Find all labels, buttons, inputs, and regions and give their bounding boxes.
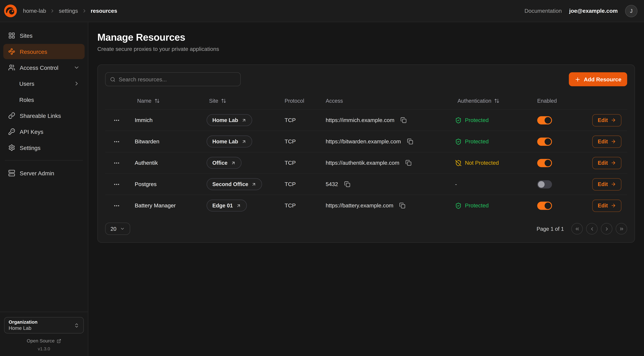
- sidebar-item-label: Sites: [20, 32, 32, 39]
- previous-page-button[interactable]: [586, 223, 598, 234]
- enabled-toggle[interactable]: [537, 137, 552, 146]
- copy-button[interactable]: [404, 158, 413, 168]
- organization-label: Organization: [8, 320, 38, 324]
- organization-name: Home Lab: [8, 325, 38, 331]
- grid-icon: [8, 32, 15, 39]
- sidebar-item-settings[interactable]: Settings: [3, 140, 84, 155]
- sidebar-item-shareable-links[interactable]: Shareable Links: [3, 108, 84, 123]
- open-source-link[interactable]: Open Source: [27, 338, 61, 344]
- resources-table: Name Site Protocol Access: [105, 92, 627, 216]
- site-name: Second Office: [212, 181, 248, 187]
- sidebar-item-users[interactable]: Users: [3, 76, 84, 91]
- shield-check-icon: [455, 202, 462, 209]
- sidebar-item-sites[interactable]: Sites: [3, 28, 84, 43]
- row-actions-button[interactable]: [111, 136, 122, 147]
- auth-status: Protected: [448, 138, 531, 145]
- site-link-button[interactable]: Second Office: [206, 178, 262, 190]
- server-icon: [8, 170, 15, 176]
- sidebar-item-server-admin[interactable]: Server Admin: [3, 166, 84, 181]
- page-size-select[interactable]: 20: [105, 222, 130, 235]
- row-actions-button[interactable]: [111, 114, 122, 126]
- shield-off-icon: [455, 160, 462, 166]
- edit-button[interactable]: Edit: [592, 199, 622, 212]
- external-link-icon: [57, 338, 61, 343]
- next-page-button[interactable]: [601, 223, 612, 234]
- toggle-knob: [545, 138, 551, 145]
- first-page-button[interactable]: [571, 223, 583, 234]
- sort-site-button[interactable]: Site: [206, 96, 230, 105]
- arrow-right-icon: [611, 182, 616, 187]
- pangolin-logo-icon: [4, 4, 17, 17]
- enabled-toggle[interactable]: [537, 159, 552, 167]
- edit-button[interactable]: Edit: [592, 178, 622, 190]
- column-access-label: Access: [319, 98, 448, 104]
- copy-button[interactable]: [398, 115, 408, 125]
- arrow-up-right-icon: [236, 203, 241, 208]
- ellipsis-icon: [113, 117, 120, 123]
- access-url: https://bitwarden.example.com: [326, 138, 401, 144]
- chevron-down-icon: [74, 64, 80, 70]
- edit-button[interactable]: Edit: [592, 135, 622, 148]
- arrow-right-icon: [611, 118, 616, 123]
- column-site-label: Site: [209, 98, 218, 104]
- add-resource-button[interactable]: Add Resource: [569, 72, 627, 86]
- edit-label: Edit: [598, 202, 608, 208]
- pangolin-logo[interactable]: [4, 4, 17, 17]
- plus-icon: [575, 76, 581, 82]
- site-link-button[interactable]: Home Lab: [206, 136, 252, 148]
- sidebar-item-roles[interactable]: Roles: [3, 92, 84, 107]
- sidebar-footer: Organization Home Lab Open Source v1.3.0: [0, 312, 88, 351]
- auth-status: Not Protected: [448, 160, 531, 166]
- arrow-right-icon: [611, 139, 616, 144]
- auth-label: Protected: [465, 117, 489, 123]
- chevron-right-icon: [50, 8, 55, 14]
- sort-icon: [154, 98, 160, 103]
- search-input[interactable]: [119, 76, 236, 82]
- sort-name-button[interactable]: Name: [134, 96, 163, 105]
- avatar[interactable]: J: [625, 5, 638, 17]
- waypoints-icon: [8, 48, 15, 55]
- enabled-toggle[interactable]: [537, 116, 552, 124]
- page-size-value: 20: [110, 226, 116, 232]
- edit-button[interactable]: Edit: [592, 114, 622, 126]
- avatar-initial: J: [630, 8, 632, 14]
- row-actions-button[interactable]: [111, 157, 122, 168]
- arrow-up-right-icon: [242, 118, 246, 122]
- toggle-knob: [538, 181, 545, 188]
- app-shell: Sites Resources Access Control: [0, 22, 644, 356]
- copy-button[interactable]: [342, 179, 352, 189]
- documentation-link[interactable]: Documentation: [524, 8, 562, 14]
- sidebar-item-resources[interactable]: Resources: [3, 44, 84, 59]
- sidebar-item-access-control[interactable]: Access Control: [3, 60, 84, 75]
- ellipsis-icon: [113, 160, 120, 166]
- resource-name: Authentik: [128, 160, 200, 166]
- breadcrumb-org[interactable]: home-lab: [23, 8, 46, 14]
- table-row: Battery Manager Edge 01 TCP https://batt…: [105, 195, 627, 216]
- sort-authentication-button[interactable]: Authentication: [454, 96, 503, 105]
- site-link-button[interactable]: Home Lab: [206, 114, 252, 126]
- toggle-knob: [545, 160, 551, 166]
- edit-button[interactable]: Edit: [592, 157, 622, 169]
- breadcrumb-settings[interactable]: settings: [59, 8, 78, 14]
- column-enabled-label: Enabled: [531, 98, 584, 104]
- copy-button[interactable]: [398, 200, 407, 210]
- user-email[interactable]: joe@example.com: [569, 8, 618, 14]
- ellipsis-icon: [113, 202, 120, 209]
- site-link-button[interactable]: Office: [206, 157, 242, 169]
- enabled-toggle[interactable]: [537, 202, 552, 210]
- chevron-down-icon: [120, 226, 125, 231]
- copy-button[interactable]: [405, 136, 415, 146]
- open-source-label: Open Source: [27, 338, 54, 344]
- row-actions-button[interactable]: [111, 200, 122, 211]
- organization-selector[interactable]: Organization Home Lab: [4, 317, 84, 334]
- sidebar-item-api-keys[interactable]: API Keys: [3, 124, 84, 139]
- last-page-button[interactable]: [616, 223, 627, 234]
- page-indicator: Page 1 of 1: [536, 226, 564, 232]
- enabled-toggle[interactable]: [537, 180, 552, 188]
- auth-status: Protected: [448, 202, 531, 209]
- chevron-right-icon: [604, 226, 609, 232]
- sidebar-item-label: Shareable Links: [20, 112, 61, 119]
- site-link-button[interactable]: Edge 01: [206, 200, 247, 212]
- site-name: Home Lab: [212, 138, 238, 144]
- row-actions-button[interactable]: [111, 178, 122, 190]
